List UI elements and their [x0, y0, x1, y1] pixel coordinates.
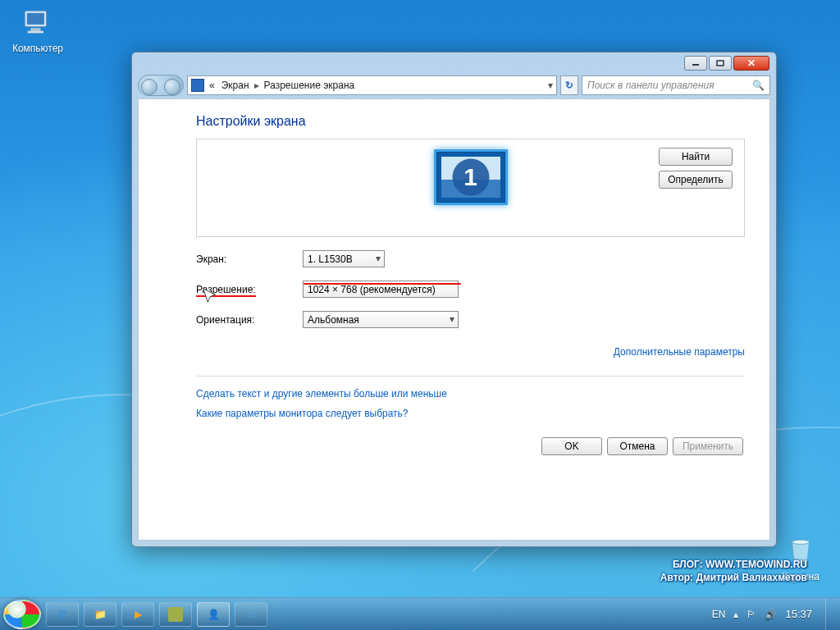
- find-button[interactable]: Найти: [659, 148, 733, 166]
- identify-button[interactable]: Определить: [659, 171, 733, 189]
- window-client: Настройки экрана 1 Найти Определить Экра…: [138, 98, 770, 541]
- taskbar-ie[interactable]: e: [46, 602, 79, 627]
- close-button[interactable]: ✕: [733, 56, 769, 71]
- display-settings-window: ✕ « Экран ▸ Разрешение экрана ▾ ↻ Поиск …: [131, 52, 777, 547]
- svg-rect-1: [27, 13, 44, 25]
- select-display[interactable]: 1. L1530B: [303, 250, 385, 267]
- app-icon: [168, 607, 183, 622]
- monitor-number: 1: [436, 152, 505, 203]
- app-icon: ▭: [247, 609, 256, 620]
- address-bar[interactable]: « Экран ▸ Разрешение экрана ▾: [187, 75, 557, 95]
- tray-clock[interactable]: 15:37: [785, 608, 812, 620]
- system-tray: EN ▴ 🏳 🔊 15:37: [712, 598, 840, 631]
- breadcrumb-sep: ▸: [254, 80, 259, 91]
- folder-icon: 📁: [94, 609, 107, 620]
- select-orientation[interactable]: Альбомная: [303, 311, 459, 328]
- row-orientation: Ориентация: Альбомная: [196, 311, 745, 328]
- control-panel-icon: [191, 79, 204, 92]
- row-resolution: Разрешение: 840 × 630 (рекомендуется): [196, 281, 745, 298]
- apply-button[interactable]: Применить: [673, 437, 743, 455]
- svg-point-4: [792, 540, 810, 544]
- desktop-icon-computer[interactable]: Компьютер: [7, 7, 69, 54]
- select-resolution[interactable]: 840 × 630 (рекомендуется): [303, 281, 459, 298]
- taskbar-app2[interactable]: ▭: [235, 602, 267, 627]
- show-desktop-button[interactable]: [825, 598, 835, 631]
- advanced-settings-link[interactable]: Дополнительные параметры: [614, 346, 745, 358]
- ie-icon: e: [58, 605, 66, 623]
- select-display-value: 1. L1530B: [308, 253, 353, 265]
- help-link-text-size[interactable]: Сделать текст и другие элементы больше и…: [196, 388, 745, 399]
- refresh-button[interactable]: ↻: [560, 75, 578, 95]
- nav-back-forward[interactable]: [138, 75, 184, 96]
- svg-rect-6: [717, 61, 724, 66]
- watermark-line1: БЛОГ: WWW.TEMOWIND.RU: [660, 558, 807, 571]
- select-orientation-value: Альбомная: [308, 314, 359, 326]
- dialog-buttons: OK Отмена Применить: [196, 437, 745, 455]
- watermark: БЛОГ: WWW.TEMOWIND.RU Автор: Дмитрий Вал…: [660, 558, 807, 584]
- taskbar-app-active[interactable]: 👤: [197, 602, 230, 627]
- search-placeholder: Поиск в панели управления: [587, 80, 714, 91]
- taskbar-explorer[interactable]: 📁: [84, 602, 116, 627]
- label-resolution: Разрешение:: [196, 284, 303, 295]
- desktop-icon-label: Компьютер: [7, 43, 69, 54]
- tray-volume-icon[interactable]: 🔊: [765, 609, 777, 620]
- search-icon: 🔍: [752, 80, 765, 91]
- breadcrumb-prefix: «: [208, 80, 217, 91]
- media-icon: ▶: [135, 609, 142, 620]
- tray-lang[interactable]: EN: [712, 609, 726, 620]
- maximize-button[interactable]: [709, 56, 732, 71]
- row-display: Экран: 1. L1530B: [196, 250, 745, 267]
- cancel-button[interactable]: Отмена: [607, 437, 668, 455]
- window-titlebar-buttons: ✕: [684, 56, 769, 71]
- app-icon: 👤: [208, 609, 220, 620]
- minimize-button[interactable]: [684, 56, 707, 71]
- taskbar-app1[interactable]: [159, 602, 192, 627]
- ok-button[interactable]: OK: [541, 437, 602, 455]
- svg-rect-3: [28, 31, 43, 34]
- watermark-line2: Автор: Дмитрий Валиахметов: [660, 571, 807, 584]
- nav-row: « Экран ▸ Разрешение экрана ▾ ↻ Поиск в …: [138, 73, 770, 98]
- select-resolution-value: 840 × 630 (рекомендуется): [308, 284, 436, 295]
- breadcrumb-item[interactable]: Экран: [220, 80, 251, 91]
- display-preview: 1 Найти Определить: [196, 139, 745, 237]
- help-link-which-settings[interactable]: Какие параметры монитора следует выбрать…: [196, 408, 745, 419]
- breadcrumb-item[interactable]: Разрешение экрана: [262, 80, 357, 91]
- computer-icon: [21, 7, 55, 41]
- taskbar: e 📁 ▶ 👤 ▭ EN ▴ 🏳 🔊 15:37: [0, 597, 840, 630]
- taskbar-media[interactable]: ▶: [121, 602, 154, 627]
- svg-rect-2: [30, 28, 40, 31]
- page-title: Настройки экрана: [196, 114, 745, 129]
- tray-flag-icon[interactable]: 🏳: [746, 609, 756, 620]
- label-orientation: Ориентация:: [196, 314, 303, 326]
- search-box[interactable]: Поиск в панели управления 🔍: [582, 75, 770, 95]
- tray-chevron-icon[interactable]: ▴: [733, 609, 738, 620]
- start-button[interactable]: [3, 600, 41, 629]
- monitor-thumbnail[interactable]: 1: [434, 149, 508, 205]
- dropdown-icon[interactable]: ▾: [548, 80, 553, 91]
- label-display: Экран:: [196, 253, 303, 265]
